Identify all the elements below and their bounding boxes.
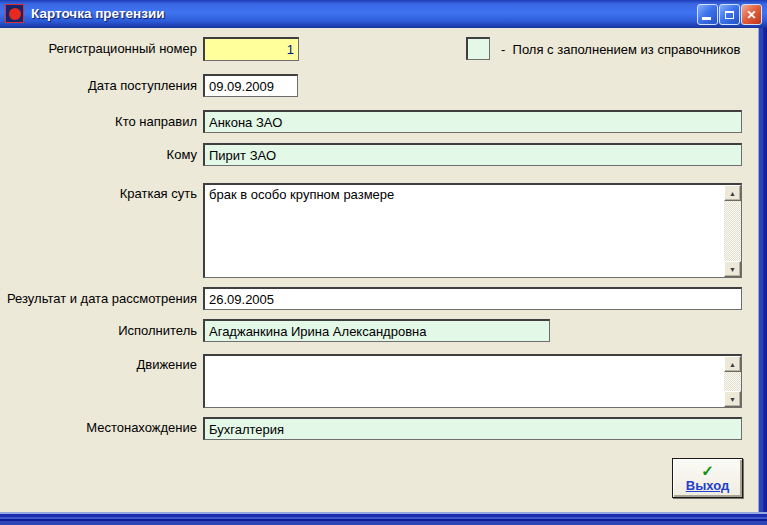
close-icon: ✕ — [746, 9, 756, 21]
scroll-down-icon: ▼ — [729, 266, 736, 273]
field-label-result: Результат и дата рассмотрения — [0, 291, 197, 307]
close-button[interactable]: ✕ — [741, 4, 762, 25]
executor-input[interactable] — [203, 319, 550, 342]
scroll-up-button[interactable]: ▲ — [724, 185, 741, 201]
field-label-date: Дата поступления — [0, 78, 197, 94]
app-icon[interactable] — [5, 4, 24, 23]
minimize-icon — [702, 17, 711, 20]
field-label-reg-number: Регистрационный номер — [0, 41, 197, 57]
field-label-executor: Исполнитель — [0, 323, 197, 339]
scroll-up-icon: ▲ — [729, 190, 736, 197]
scroll-up-button[interactable]: ▲ — [724, 356, 741, 372]
titlebar: Карточка претензии ✕ — [0, 0, 767, 28]
maximize-icon — [725, 11, 734, 19]
red-dot-icon — [9, 8, 21, 20]
movement-text — [205, 356, 724, 407]
exit-button-label: Выход — [686, 478, 729, 493]
field-label-movement: Движение — [0, 357, 197, 373]
window-border-bottom — [0, 512, 767, 525]
field-label-sender: Кто направил — [0, 114, 197, 130]
summary-text: брак в особо крупном размере — [205, 185, 724, 277]
recipient-input[interactable] — [203, 143, 742, 166]
legend-text: - Поля с заполнением из справочников — [501, 42, 740, 57]
field-label-summary: Краткая суть — [0, 186, 197, 202]
movement-scrollbar[interactable]: ▲ ▼ — [724, 356, 741, 407]
field-label-recipient: Кому — [0, 147, 197, 163]
summary-scrollbar[interactable]: ▲ ▼ — [724, 185, 741, 277]
check-icon: ✓ — [701, 463, 714, 478]
scroll-down-button[interactable]: ▼ — [724, 261, 741, 277]
claim-card-window: Карточка претензии ✕ Регистрационный ном… — [0, 0, 767, 525]
maximize-button[interactable] — [719, 4, 740, 25]
movement-textarea[interactable]: ▲ ▼ — [203, 354, 742, 408]
location-input[interactable] — [203, 417, 742, 440]
scrollbar-track[interactable] — [724, 201, 741, 261]
scroll-up-icon: ▲ — [729, 361, 736, 368]
minimize-button[interactable] — [697, 4, 718, 25]
reg-number-input[interactable] — [203, 37, 299, 61]
exit-button[interactable]: ✓ Выход — [672, 458, 743, 498]
date-received-input[interactable] — [203, 74, 298, 97]
legend-swatch — [466, 37, 490, 60]
scroll-down-icon: ▼ — [729, 396, 736, 403]
field-label-location: Местонахождение — [0, 420, 197, 436]
window-border-right — [758, 28, 767, 525]
sender-input[interactable] — [203, 110, 742, 133]
scroll-down-button[interactable]: ▼ — [724, 391, 741, 407]
scrollbar-track[interactable] — [724, 372, 741, 391]
window-title: Карточка претензии — [31, 0, 165, 28]
result-date-input[interactable] — [203, 287, 742, 310]
summary-textarea[interactable]: брак в особо крупном размере ▲ ▼ — [203, 183, 742, 278]
